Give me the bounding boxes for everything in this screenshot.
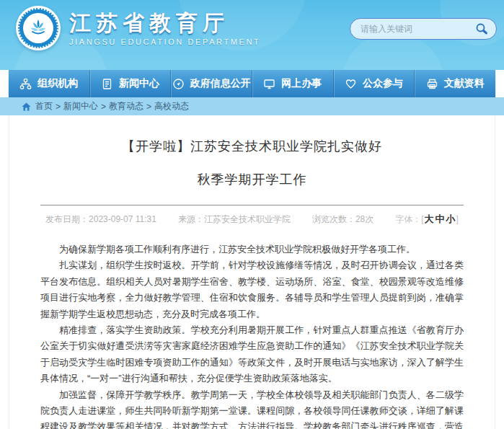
site-brand[interactable]: 江苏省教育厅 JIANGSU EDUCATION DEPARTMENT	[16, 6, 260, 50]
article-meta: 发布日期： 2023-09-07 11:31 来源： 江苏安全技术职业学院 浏览…	[40, 213, 464, 226]
nav-label: 文献资料	[444, 77, 485, 90]
home-icon	[22, 102, 31, 111]
breadcrumb-home-link[interactable]: 首页	[35, 100, 53, 112]
breadcrumb-news-center-link[interactable]: 新闻中心	[63, 100, 98, 112]
article-title-line2: 秋季学期开学工作	[198, 172, 307, 187]
jiangsu-education-logo	[16, 6, 61, 50]
article-paragraph: 精准排查，落实学生资助政策。学校充分利用暑期开展工作，针对重点人群重点推送《省教…	[40, 322, 464, 387]
lotus-emblem-icon	[28, 17, 48, 40]
search-input[interactable]	[361, 24, 474, 34]
breadcrumb-education-news-link[interactable]: 教育动态	[109, 100, 143, 112]
heart-icon	[345, 78, 357, 90]
site-title: 江苏省教育厅	[69, 11, 260, 35]
monitor-icon	[263, 78, 275, 90]
publish-date-label: 发布日期：	[45, 213, 89, 226]
views-value: 28次	[355, 213, 373, 226]
font-size-bracket: ]	[456, 214, 459, 224]
article-paragraph: 为确保新学期各项工作顺利有序进行，江苏安全技术职业学院积极做好开学各项工作。	[40, 242, 464, 257]
printer-archive-icon	[426, 78, 438, 90]
article-card: 【开学啦】江苏安全技术职业学院扎实做好 秋季学期开学工作 发布日期： 2023-…	[9, 115, 495, 429]
site-subtitle: JIANGSU EDUCATION DEPARTMENT	[69, 37, 260, 46]
breadcrumb-current-page: 高校动态	[154, 100, 189, 112]
font-size-large-button[interactable]: 大	[425, 213, 434, 226]
title-divider	[40, 205, 464, 205]
article-paragraph: 加强监督，保障开学教学秩序。教学周第一天，学校全体校领导及相关职能部门负责人、各…	[40, 387, 464, 429]
breadcrumb-separator: >	[101, 102, 106, 112]
nav-item-news-center[interactable]: 新闻中心	[90, 70, 172, 97]
article-title-line1: 【开学啦】江苏安全技术职业学院扎实做好	[122, 139, 382, 154]
article-body: 为确保新学期各项工作顺利有序进行，江苏安全技术职业学院积极做好开学各项工作。 扎…	[40, 242, 464, 429]
source-label: 来源：	[178, 213, 204, 226]
search-icon[interactable]	[474, 22, 489, 36]
font-size-medium-button[interactable]: 中	[436, 213, 445, 226]
org-chart-icon	[19, 78, 32, 90]
article-paragraph: 扎实谋划，组织学生按时返校。开学前，针对学校设施修缮等情况，及时召开协调会议，通…	[40, 257, 464, 322]
nav-item-organization[interactable]: 组织机构	[9, 70, 90, 97]
breadcrumb-separator: >	[146, 102, 151, 112]
article-title: 【开学啦】江苏安全技术职业学院扎实做好 秋季学期开学工作	[40, 130, 464, 196]
nav-label: 政府信息公开	[190, 77, 251, 90]
source-value: 江苏安全技术职业学院	[204, 213, 291, 226]
nav-item-public-participation[interactable]: 公众参与	[334, 70, 415, 97]
breadcrumb-separator: >	[56, 102, 61, 112]
info-disclosure-icon	[172, 78, 185, 90]
news-icon	[101, 78, 113, 90]
views-label: 浏览次数：	[312, 213, 355, 226]
nav-label: 组织机构	[37, 77, 78, 90]
publish-date-value: 2023-09-07 11:31	[89, 214, 156, 224]
font-size-small-button[interactable]: 小	[446, 213, 456, 226]
nav-label: 网上办事	[281, 77, 322, 90]
site-header: 江苏省教育厅 JIANGSU EDUCATION DEPARTMENT	[0, 0, 504, 70]
nav-item-gov-info[interactable]: 政府信息公开	[171, 70, 252, 97]
search-box[interactable]	[350, 18, 497, 40]
nav-label: 新闻中心	[119, 77, 159, 90]
font-size-bracket: [	[421, 214, 423, 224]
font-size-label: 字体：	[395, 213, 421, 226]
main-nav: 组织机构 新闻中心 政府信息公开 网上办事	[9, 70, 495, 97]
nav-item-online-services[interactable]: 网上办事	[252, 70, 334, 97]
nav-label: 公众参与	[363, 77, 403, 90]
nav-item-documents[interactable]: 文献资料	[415, 70, 495, 97]
breadcrumb: 首页 > 新闻中心 > 教育动态 > 高校动态	[0, 97, 504, 115]
